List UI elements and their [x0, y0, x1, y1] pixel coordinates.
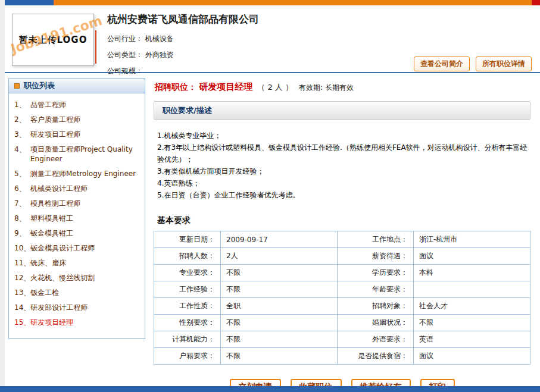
req-value: 不限	[221, 281, 338, 298]
sidebar-item-job-8[interactable]: 8、 塑料模具钳工	[13, 214, 141, 223]
req-label: 专业要求：	[154, 265, 221, 281]
company-logo-placeholder: 暂未上传LOGO Job9191.com	[12, 14, 94, 66]
job-title-link: 测量工程师Metrology Engineer	[30, 169, 141, 178]
topbar-blue-segment	[5, 0, 54, 5]
company-type-value: 外商独资	[145, 51, 174, 59]
job-title-link: 项目质量工程师Project Quality Engineer	[30, 145, 141, 164]
basic-requirements-header: 基本要求	[157, 215, 530, 226]
table-row: 户籍要求： 不限 是否提供食宿： 面议	[154, 348, 530, 365]
req-label: 工作地点：	[338, 231, 414, 248]
job-title-link: 客户质量工程师	[30, 115, 141, 124]
page-content: 暂未上传LOGO Job9191.com 杭州安费诺飞凤通信部品有限公司 公司行…	[5, 0, 540, 386]
job-title-link: 钣金模具钳工	[30, 228, 141, 238]
job-number: 8、	[13, 214, 30, 223]
job-list-sidebar: 职位列表 1、 品管工程师 2、 客户质量工程师 3、 研发项目工程师	[8, 78, 145, 339]
req-value: 不限	[221, 265, 338, 281]
sidebar-item-job-6[interactable]: 6、 机械类设计工程师	[13, 184, 141, 193]
job-title-link: 研发部设计工程师	[30, 303, 141, 312]
orange-square-icon	[14, 83, 20, 89]
job-validity: 有效期: 长期有效	[299, 83, 354, 92]
sidebar-item-job-13[interactable]: 13、 钣金工检	[13, 288, 141, 297]
apply-now-button[interactable]: 立刻申请	[230, 379, 281, 386]
sidebar-item-job-11[interactable]: 11、 铣床、磨床	[13, 258, 141, 268]
company-scale-label: 公司规模：	[107, 67, 143, 75]
table-row: 工作经验： 不限 年龄要求：	[154, 281, 530, 298]
job-number: 12、	[13, 273, 30, 283]
job-description: 1.机械类专业毕业； 2.有3年以上结构设计或塑料模具、钣金模具设计工作经验.（…	[154, 130, 530, 201]
all-jobs-detail-button[interactable]: 所有职位详情	[476, 57, 532, 71]
job-description-line: 2.有3年以上结构设计或塑料模具、钣金模具设计工作经验.（熟练使用相关FEA软件…	[157, 142, 530, 165]
print-button[interactable]: 打印	[420, 379, 455, 386]
sidebar-item-job-12[interactable]: 12、 火花机、慢丝线切割	[13, 273, 141, 283]
sidebar-item-job-15-active[interactable]: 15、 研发项目经理	[13, 318, 141, 327]
table-row: 更新日期： 2009-09-17 工作地点： 浙江-杭州市	[154, 231, 530, 248]
basic-requirements-table: 更新日期： 2009-09-17 工作地点： 浙江-杭州市 招聘人数： 2人 薪…	[154, 231, 530, 365]
job-number: 15、	[13, 318, 30, 327]
req-label: 更新日期：	[154, 231, 221, 248]
sidebar-item-job-2[interactable]: 2、 客户质量工程师	[13, 115, 141, 124]
req-label: 学历要求：	[338, 265, 414, 281]
job-title-link: 研发项目经理	[30, 318, 141, 327]
job-number: 14、	[13, 303, 30, 312]
sidebar-item-job-14[interactable]: 14、 研发部设计工程师	[13, 303, 141, 312]
job-number: 2、	[13, 115, 30, 124]
job-description-section-header: 职位要求/描述	[154, 101, 530, 120]
company-type-label: 公司类型：	[107, 51, 143, 59]
company-industry-value: 机械设备	[145, 35, 174, 43]
job-title-link: 钣金模具设计工程师	[30, 243, 141, 253]
req-value	[414, 281, 530, 298]
job-number: 13、	[13, 288, 30, 297]
top-color-bar	[5, 0, 540, 5]
job-header-line: 招聘职位： 研发项目经理 （ 2 人 ） 有效期: 长期有效	[154, 78, 530, 101]
sidebar-item-job-3[interactable]: 3、 研发项目工程师	[13, 130, 141, 139]
job-number: 10、	[13, 243, 30, 253]
req-label: 是否提供食宿：	[338, 348, 414, 365]
sidebar-item-job-4[interactable]: 4、 项目质量工程师Project Quality Engineer	[13, 145, 141, 164]
sidebar-item-job-5[interactable]: 5、 测量工程师Metrology Engineer	[13, 169, 141, 178]
job-title: 研发项目经理	[199, 81, 252, 92]
company-industry-label: 公司行业：	[107, 35, 143, 43]
job-title-link: 模具检测工程师	[30, 199, 141, 208]
recruit-position-label: 招聘职位：	[155, 82, 196, 92]
footer-bar	[0, 386, 540, 392]
req-value: 不限	[221, 315, 338, 331]
sidebar-item-job-1[interactable]: 1、 品管工程师	[13, 100, 141, 109]
sidebar-item-job-7[interactable]: 7、 模具检测工程师	[13, 199, 141, 208]
job-description-line: 4.英语熟练；	[157, 177, 530, 189]
job-title-link: 研发项目工程师	[30, 130, 141, 139]
job-number: 9、	[13, 228, 30, 238]
sidebar-item-job-9[interactable]: 9、 钣金模具钳工	[13, 228, 141, 238]
job-headcount: （ 2 人 ）	[257, 83, 293, 92]
table-row: 招聘人数： 2人 薪资待遇： 面议	[154, 248, 530, 265]
header-red-divider	[95, 30, 96, 64]
save-job-button[interactable]: 收藏职位	[291, 379, 342, 386]
job-list-title: 职位列表	[24, 80, 55, 91]
req-label: 工作性质：	[154, 298, 221, 315]
job-description-line: 3.有类似机械方面项目开发经验；	[157, 165, 530, 177]
job-description-line: 5.在日资（台资）企业工作经验者优先考虑。	[157, 189, 530, 201]
req-label: 外语要求：	[338, 331, 414, 348]
table-row: 工作性质： 全职 招聘对象： 社会人才	[154, 298, 530, 315]
req-value: 面议	[414, 348, 530, 365]
req-label: 计算机能力：	[154, 331, 221, 348]
view-company-profile-button[interactable]: 查看公司简介	[414, 57, 470, 71]
req-value: 全职	[221, 298, 338, 315]
topbar-orange-segment	[54, 0, 532, 5]
req-value: 面议	[414, 248, 530, 265]
job-detail-content: 招聘职位： 研发项目经理 （ 2 人 ） 有效期: 长期有效 职位要求/描述 1…	[145, 78, 534, 386]
req-label: 性别要求：	[154, 315, 221, 331]
req-label: 工作经验：	[154, 281, 221, 298]
job-title-link: 铣床、磨床	[30, 258, 141, 268]
req-label: 年龄要求：	[338, 281, 414, 298]
req-value: 不限	[221, 348, 338, 365]
req-label: 薪资待遇：	[338, 248, 414, 265]
req-value: 2人	[221, 248, 338, 265]
company-name: 杭州安费诺飞凤通信部品有限公司	[107, 11, 532, 31]
job-title-link: 品管工程师	[30, 100, 141, 109]
recommend-to-friend-button[interactable]: 推荐给好友	[351, 379, 411, 386]
job-number: 4、	[13, 145, 30, 164]
sidebar-item-job-10[interactable]: 10、 钣金模具设计工程师	[13, 243, 141, 253]
job-description-line: 1.机械类专业毕业；	[157, 130, 530, 142]
req-value: 社会人才	[414, 298, 530, 315]
header-buttons: 查看公司简介 所有职位详情	[414, 57, 532, 71]
